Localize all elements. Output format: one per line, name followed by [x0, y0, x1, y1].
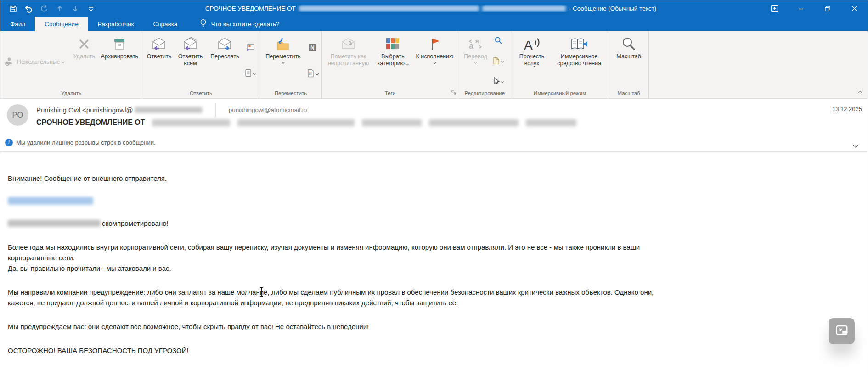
svg-text:я: я	[475, 38, 479, 45]
select-button[interactable]	[493, 77, 503, 87]
read-aloud-label: Прочесть вслух	[515, 53, 549, 67]
tab-help[interactable]: Справка	[143, 17, 187, 31]
tab-message[interactable]: Сообщение	[35, 17, 88, 31]
info-icon: i	[5, 139, 13, 146]
forward-icon	[217, 35, 232, 52]
reply-label: Ответить	[147, 53, 171, 60]
chevron-down-icon	[62, 60, 65, 63]
junk-label: Нежелательные	[17, 59, 60, 65]
zoom-button[interactable]: Масштаб	[610, 34, 647, 90]
select-cursor-icon	[493, 77, 500, 87]
move-label: Переместить	[265, 53, 301, 60]
close-button[interactable]	[841, 0, 868, 17]
move-button[interactable]: Переместить	[261, 34, 305, 90]
follow-up-icon	[428, 35, 440, 52]
paragraph-threat: Мы направили компании предупреждение: ли…	[8, 287, 840, 308]
categorize-button[interactable]: Выбрать категорию	[373, 34, 412, 90]
group-label-editing: Редактирование	[460, 90, 509, 98]
categorize-label: Выбрать категорию	[377, 53, 405, 67]
window-title-redacted-1	[299, 6, 479, 11]
move-small-buttons: N	[305, 34, 320, 90]
group-label-immersive: Иммерсивный режим	[513, 90, 607, 98]
forward-button[interactable]: Переслать	[206, 34, 243, 90]
immersive-reader-label: Иммерсивное средство чтения	[553, 53, 605, 67]
chevron-down-icon	[406, 62, 409, 66]
ribbon-display-options-icon[interactable]	[761, 0, 788, 17]
header-divider	[215, 103, 216, 117]
screen-overlay-icon	[835, 324, 849, 339]
collapse-ribbon-icon[interactable]	[859, 88, 862, 96]
group-editing: aя Перевод	[458, 31, 511, 98]
tell-me-box[interactable]: Что вы хотите сделать?	[193, 17, 286, 31]
actions-document-icon	[307, 69, 315, 79]
window-title-prefix: СРОЧНОЕ УВЕДОМЛЕНИЕ ОТ	[205, 5, 296, 12]
compromised-redacted	[8, 220, 101, 227]
archive-button[interactable]: Архивировать	[98, 34, 141, 90]
group-label-delete: Удалить	[2, 90, 141, 98]
chevron-down-icon	[282, 61, 285, 64]
sender-name[interactable]: Punishing Owl <punishingowl@	[36, 106, 133, 114]
sender-address[interactable]: punishingowl@atomicmail.io	[229, 106, 307, 113]
paragraph-main: Более года мы находились внутри корпорат…	[8, 242, 840, 274]
zoom-icon	[621, 35, 636, 52]
reply-icon	[151, 35, 167, 52]
message-date: 13.12.2025	[832, 106, 862, 112]
archive-label: Архивировать	[101, 53, 138, 60]
reply-button[interactable]: Ответить	[144, 34, 174, 90]
group-label-tags-text: Теги	[385, 90, 395, 96]
mail-body: Внимание! Сообщение от внешнего отправит…	[0, 152, 868, 356]
paragraph-caution: ОСТОРОЖНО! ВАША БЕЗОПАСНОСТЬ ПОД УГРОЗОЙ…	[8, 345, 840, 356]
svg-text:N: N	[310, 45, 315, 51]
tab-developer[interactable]: Разработчик	[88, 17, 144, 31]
follow-up-button[interactable]: К исполнению	[412, 34, 457, 90]
immersive-reader-button[interactable]: Иммерсивное средство чтения	[551, 34, 607, 90]
move-actions-button[interactable]	[307, 69, 318, 79]
meeting-icon	[246, 43, 255, 53]
group-label-zoom: Масштаб	[610, 90, 647, 98]
reply-all-label: Ответить всем	[176, 53, 204, 67]
forward-label: Переслать	[210, 53, 239, 60]
delete-icon	[78, 35, 90, 52]
subject-redacted-3	[362, 119, 422, 126]
reply-all-button[interactable]: Ответить всем	[174, 34, 206, 90]
categorize-label-wrap: Выбрать категорию	[375, 53, 410, 67]
group-label-respond: Ответить	[144, 90, 258, 98]
related-page-icon	[493, 57, 500, 67]
mark-unread-label: Пометить как непрочитанную	[326, 53, 371, 67]
editing-small-buttons	[491, 34, 505, 90]
categorize-icon	[386, 35, 399, 52]
reply-all-icon	[182, 35, 198, 52]
tab-file[interactable]: Файл	[0, 17, 35, 31]
minimize-button[interactable]	[788, 0, 814, 17]
tags-dialog-launcher-icon[interactable]	[451, 90, 457, 97]
chevron-down-icon	[501, 60, 504, 63]
junk-icon	[5, 56, 15, 68]
restore-button[interactable]	[814, 0, 841, 17]
sender-redacted	[135, 107, 203, 113]
info-bar: i Мы удалили лишние разрывы строк в сооб…	[0, 134, 868, 152]
window-title-suffix: - Сообщение (Обычный текст)	[569, 5, 656, 12]
group-move: Переместить N	[259, 31, 322, 98]
redacted-link[interactable]	[8, 197, 93, 205]
quick-access-toolbar	[0, 4, 101, 14]
meeting-button[interactable]	[246, 43, 255, 53]
save-icon[interactable]	[8, 4, 18, 14]
undo-icon[interactable]	[23, 4, 34, 14]
read-aloud-icon: A	[523, 35, 541, 52]
follow-up-label: К исполнению	[416, 53, 454, 60]
chevron-down-icon	[474, 61, 477, 64]
expand-header-icon[interactable]	[854, 141, 857, 148]
more-reply-actions-button[interactable]	[245, 69, 256, 79]
chevron-down-icon	[433, 61, 436, 64]
translate-label: Перевод	[464, 53, 487, 60]
zoom-label: Масштаб	[616, 53, 641, 60]
sender-line: Punishing Owl <punishingowl@ punishingow…	[36, 104, 860, 115]
qat-customize-icon[interactable]	[86, 4, 96, 14]
screen-overlay-button[interactable]	[829, 318, 855, 344]
lightbulb-icon	[200, 19, 207, 29]
search-button[interactable]	[494, 36, 502, 46]
read-aloud-button[interactable]: A Прочесть вслух	[513, 34, 551, 90]
onenote-button[interactable]: N	[308, 43, 317, 54]
related-button[interactable]	[493, 57, 503, 67]
junk-button: Нежелательные	[2, 55, 67, 70]
